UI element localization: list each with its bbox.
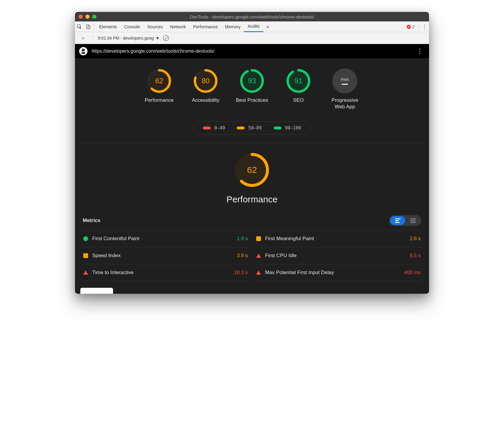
window-title: DevTools - developers.google.com/web/too… xyxy=(75,14,429,19)
error-icon: ✕ xyxy=(407,25,411,29)
metrics-header: Metrics xyxy=(82,215,422,230)
metric-row[interactable]: Time to Interactive10.3 s xyxy=(82,264,249,281)
minimize-window-button[interactable] xyxy=(85,15,90,19)
status-circle-icon xyxy=(83,236,88,241)
legend-item: 0–49 xyxy=(203,125,225,131)
legend-range: 0–49 xyxy=(214,125,225,131)
titlebar: DevTools - developers.google.com/web/too… xyxy=(75,12,429,21)
score-legend: 0–4950–8990–100 xyxy=(192,121,312,135)
lighthouse-report: 62 Performance 80 Accessibility 93 Best … xyxy=(75,58,429,294)
dropdown-arrow-icon: ▼ xyxy=(156,36,160,40)
tab-network[interactable]: Network xyxy=(167,21,190,32)
pwa-badge-icon: PWA xyxy=(332,68,357,93)
legend-range: 90–100 xyxy=(285,125,301,131)
performance-score: 62 xyxy=(234,152,270,188)
metric-value: 10.3 s xyxy=(234,270,248,276)
divider xyxy=(419,24,419,30)
metrics-grid: First Contentful Paint1.9 sFirst Meaning… xyxy=(82,230,422,281)
gauge-label: Best Practices xyxy=(236,97,268,104)
gauge-performance[interactable]: 62 Performance xyxy=(141,68,177,110)
score-gauges: 62 Performance 80 Accessibility 93 Best … xyxy=(75,65,429,115)
divider xyxy=(93,35,93,41)
new-audit-button[interactable]: ＋ xyxy=(78,34,88,43)
lighthouse-url-bar: https://developers.google.com/web/tools/… xyxy=(75,44,429,58)
tab-performance[interactable]: Performance xyxy=(190,21,221,32)
gauge-label: SEO xyxy=(293,97,304,104)
metric-name: First Meaningful Paint xyxy=(265,236,406,242)
metric-row[interactable]: First Meaningful Paint2.6 s xyxy=(255,230,422,247)
legend-range: 50–89 xyxy=(248,125,262,131)
metric-name: Time to Interactive xyxy=(92,270,230,276)
metric-row[interactable]: Speed Index3.9 s xyxy=(82,247,249,264)
truncated-button[interactable] xyxy=(80,288,113,294)
metric-name: First Contentful Paint xyxy=(92,236,233,242)
more-tabs-icon[interactable]: » xyxy=(263,21,272,32)
traffic-lights xyxy=(75,15,96,19)
status-square-icon xyxy=(256,236,261,241)
toggle-detailed-view[interactable] xyxy=(405,216,420,225)
gauge-accessibility[interactable]: 80 Accessibility xyxy=(188,68,223,110)
close-window-button[interactable] xyxy=(79,15,83,19)
metric-value: 400 ms xyxy=(404,270,421,276)
console-errors-badge[interactable]: ✕ 2 xyxy=(404,24,417,29)
gauge-score: 91 xyxy=(286,68,311,93)
status-triangle-icon xyxy=(83,271,88,275)
performance-section: 62 Performance Metrics First Contentful … xyxy=(75,143,429,284)
metric-value: 3.9 s xyxy=(237,253,248,259)
inspect-element-icon[interactable] xyxy=(75,21,84,32)
status-square-icon xyxy=(83,253,88,258)
metric-value: 6.5 s xyxy=(410,253,421,259)
divider xyxy=(94,24,94,30)
tab-audits[interactable]: Audits xyxy=(244,21,263,32)
gauge-label: Performance xyxy=(145,97,173,104)
gauge-pwa[interactable]: PWA Progressive Web App xyxy=(327,68,363,110)
tab-memory[interactable]: Memory xyxy=(221,21,244,32)
legend-item: 90–100 xyxy=(274,125,301,131)
maximize-window-button[interactable] xyxy=(92,15,96,19)
tab-sources[interactable]: Sources xyxy=(144,21,167,32)
lighthouse-logo-icon xyxy=(79,47,87,55)
metric-row[interactable]: First CPU Idle6.5 s xyxy=(255,247,422,264)
gauge-label: Accessibility xyxy=(192,97,220,104)
metric-row[interactable]: First Contentful Paint1.9 s xyxy=(82,230,249,247)
gauge-seo[interactable]: 91 SEO xyxy=(281,68,316,110)
status-triangle-icon xyxy=(256,271,261,275)
metric-name: First CPU Idle xyxy=(265,253,406,259)
metrics-heading: Metrics xyxy=(83,218,101,224)
gauge-label: Progressive Web App xyxy=(327,97,363,110)
audited-url: https://developers.google.com/web/tools/… xyxy=(92,49,411,54)
legend-swatch-icon xyxy=(274,126,281,129)
report-menu-icon[interactable]: ⋮ xyxy=(415,47,425,55)
gauge-best-practices[interactable]: 93 Best Practices xyxy=(234,68,270,110)
gauge-score: 93 xyxy=(240,68,264,93)
metrics-view-toggle[interactable] xyxy=(389,215,421,226)
gauge-score: 80 xyxy=(193,68,218,93)
errors-count: 2 xyxy=(412,24,414,29)
gauge-score: 62 xyxy=(147,68,172,93)
clear-report-icon[interactable] xyxy=(163,35,169,41)
metric-value: 1.9 s xyxy=(237,236,248,242)
report-selector[interactable]: 9:01:34 PM - developers.goog ▼ xyxy=(98,36,159,40)
status-triangle-icon xyxy=(256,254,261,258)
performance-heading: Performance xyxy=(226,194,278,204)
legend-swatch-icon xyxy=(237,126,245,129)
report-selector-label: 9:01:34 PM - developers.goog xyxy=(98,36,154,40)
metric-row[interactable]: Max Potential First Input Delay400 ms xyxy=(255,264,422,281)
audits-toolbar: ＋ 9:01:34 PM - developers.goog ▼ xyxy=(75,32,429,44)
legend-swatch-icon xyxy=(203,126,211,129)
toggle-compact-view[interactable] xyxy=(390,216,405,225)
tab-console[interactable]: Console xyxy=(120,21,143,32)
performance-gauge-large: 62 Performance xyxy=(82,152,422,204)
devtools-tab-strip: ElementsConsoleSourcesNetworkPerformance… xyxy=(75,21,429,32)
legend-item: 50–89 xyxy=(237,125,262,131)
device-toolbar-icon[interactable] xyxy=(84,21,93,32)
svg-rect-2 xyxy=(88,26,90,29)
devtools-window: DevTools - developers.google.com/web/too… xyxy=(75,12,429,294)
metric-name: Max Potential First Input Delay xyxy=(265,270,400,276)
metric-value: 2.6 s xyxy=(410,236,421,242)
metric-name: Speed Index xyxy=(92,253,233,259)
tab-elements[interactable]: Elements xyxy=(96,21,120,32)
devtools-menu-icon[interactable]: ⋮ xyxy=(420,21,429,32)
